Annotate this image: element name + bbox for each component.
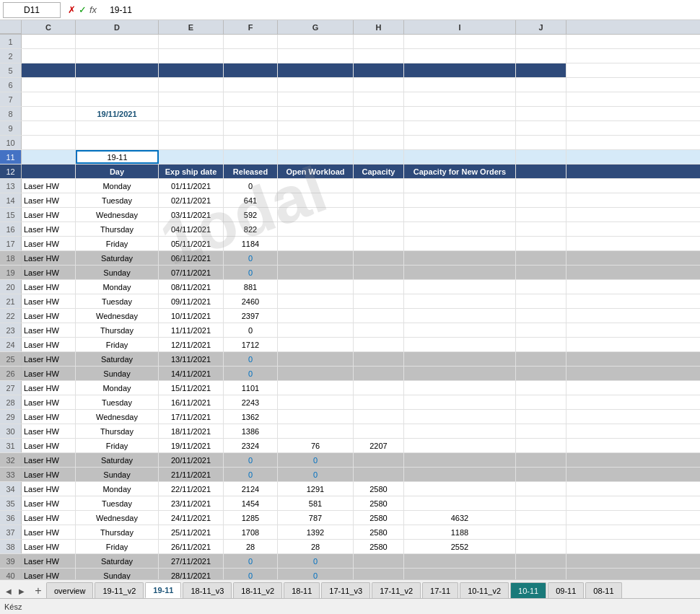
cell-day[interactable]: Saturday: [76, 251, 159, 265]
cell-open-workload[interactable]: 0: [278, 453, 354, 467]
cell-day[interactable]: Monday: [76, 179, 159, 193]
sheet-tab-18-11_v3[interactable]: 18-11_v3: [183, 582, 232, 598]
cell-capacity[interactable]: 2580: [354, 496, 404, 510]
cell-j[interactable]: [516, 525, 566, 539]
cell[interactable]: [278, 136, 354, 149]
cell-day[interactable]: Sunday: [76, 367, 159, 380]
cell-j[interactable]: [516, 309, 566, 323]
cell-ship-date[interactable]: 26/11/2021: [159, 540, 224, 553]
cell-j[interactable]: [516, 395, 566, 409]
cell-capacity[interactable]: [354, 294, 404, 308]
cell[interactable]: [22, 78, 76, 92]
cell[interactable]: [516, 150, 566, 164]
cell-selected[interactable]: 19-11: [76, 150, 159, 164]
cell-capacity[interactable]: [354, 367, 404, 380]
cell-capacity[interactable]: [354, 569, 404, 579]
cell-open-workload[interactable]: [278, 352, 354, 366]
cell-machine[interactable]: Laser HW: [22, 424, 76, 438]
cell[interactable]: [22, 107, 76, 120]
cell-released[interactable]: 0: [224, 179, 278, 193]
cell-j[interactable]: [516, 251, 566, 265]
cell-machine[interactable]: Laser HW: [22, 294, 76, 308]
cell-released[interactable]: 0: [224, 468, 278, 481]
cell-j[interactable]: [516, 294, 566, 308]
cell-released[interactable]: 881: [224, 280, 278, 294]
cell[interactable]: [404, 121, 516, 135]
cell-open-workload[interactable]: 581: [278, 496, 354, 510]
cell-day[interactable]: Monday: [76, 381, 159, 395]
cell-capacity[interactable]: [354, 222, 404, 236]
col-header-C[interactable]: C: [22, 20, 76, 35]
cell[interactable]: [404, 63, 516, 77]
cell-machine[interactable]: Laser HW: [22, 193, 76, 207]
cell-released[interactable]: 1708: [224, 525, 278, 539]
nav-right[interactable]: ▶: [16, 584, 27, 598]
cell-ship-date[interactable]: 27/11/2021: [159, 554, 224, 568]
formula-input[interactable]: [107, 4, 697, 17]
cell-day[interactable]: Thursday: [76, 525, 159, 539]
cell-capacity-new-orders[interactable]: [404, 237, 516, 250]
cell-capacity-new-orders[interactable]: [404, 439, 516, 452]
cell-capacity-new-orders[interactable]: [404, 280, 516, 294]
cell[interactable]: [278, 107, 354, 120]
cell[interactable]: [159, 78, 224, 92]
cell-released[interactable]: 1454: [224, 496, 278, 510]
cell-released[interactable]: 0: [224, 266, 278, 279]
cell-ship-date[interactable]: 17/11/2021: [159, 410, 224, 424]
cell-day[interactable]: Tuesday: [76, 496, 159, 510]
cell-open-workload[interactable]: [278, 410, 354, 424]
cell[interactable]: [22, 150, 76, 164]
cell-released[interactable]: 0: [224, 554, 278, 568]
cell-machine[interactable]: Laser HW: [22, 395, 76, 409]
cell[interactable]: [76, 78, 159, 92]
cell[interactable]: [159, 121, 224, 135]
cell[interactable]: [354, 63, 404, 77]
cell[interactable]: [224, 107, 278, 120]
cell-open-workload[interactable]: 76: [278, 439, 354, 452]
cell-capacity-new-orders[interactable]: [404, 208, 516, 222]
cell-released[interactable]: 2324: [224, 439, 278, 452]
cell-released[interactable]: 1386: [224, 424, 278, 438]
cell-released[interactable]: 2397: [224, 309, 278, 323]
cell-released[interactable]: 2124: [224, 482, 278, 496]
cell-capacity-new-orders[interactable]: 4632: [404, 511, 516, 525]
cell-capacity-new-orders[interactable]: [404, 323, 516, 337]
cell-ship-date[interactable]: 23/11/2021: [159, 496, 224, 510]
cell[interactable]: [354, 107, 404, 120]
cell[interactable]: [404, 107, 516, 120]
cell[interactable]: [22, 63, 76, 77]
cell[interactable]: [159, 136, 224, 149]
cell-open-workload[interactable]: [278, 395, 354, 409]
col-header-H[interactable]: H: [354, 20, 404, 35]
cell-capacity-new-orders[interactable]: [404, 569, 516, 579]
cell-ship-date[interactable]: 21/11/2021: [159, 468, 224, 481]
cell-ship-date[interactable]: 07/11/2021: [159, 266, 224, 279]
cell-ship-date[interactable]: 04/11/2021: [159, 222, 224, 236]
cell-machine[interactable]: Laser HW: [22, 511, 76, 525]
cell[interactable]: [404, 78, 516, 92]
cell-capacity-new-orders[interactable]: [404, 251, 516, 265]
cell-j[interactable]: [516, 208, 566, 222]
cell-open-workload[interactable]: [278, 266, 354, 279]
cell-j[interactable]: [516, 179, 566, 193]
cell-capacity[interactable]: 2207: [354, 439, 404, 452]
col-header-J[interactable]: J: [516, 20, 566, 35]
cell-machine[interactable]: Laser HW: [22, 381, 76, 395]
add-sheet-button[interactable]: +: [30, 584, 46, 598]
cell-capacity[interactable]: [354, 208, 404, 222]
cell-released[interactable]: 0: [224, 453, 278, 467]
cell-j[interactable]: [516, 554, 566, 568]
col-header-E[interactable]: E: [159, 20, 224, 35]
sheet-tab-18-11[interactable]: 18-11: [284, 582, 320, 598]
cell-j[interactable]: [516, 439, 566, 452]
cell-machine[interactable]: Laser HW: [22, 309, 76, 323]
cell-day[interactable]: Saturday: [76, 554, 159, 568]
cell-capacity-new-orders[interactable]: [404, 309, 516, 323]
cell-ship-date[interactable]: 14/11/2021: [159, 367, 224, 380]
cell-open-workload[interactable]: [278, 179, 354, 193]
cell-machine[interactable]: Laser HW: [22, 482, 76, 496]
cell[interactable]: [224, 150, 278, 164]
cell-day[interactable]: Friday: [76, 338, 159, 351]
cell-j[interactable]: [516, 280, 566, 294]
cell-released[interactable]: 2460: [224, 294, 278, 308]
